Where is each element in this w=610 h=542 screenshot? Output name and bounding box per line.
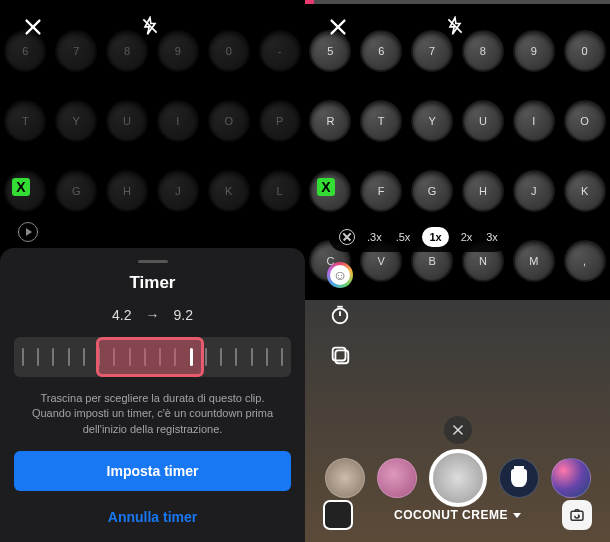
recording-progress (305, 0, 610, 4)
camera-effects-screen: 567890 RTYUIO DFGHJK CVBNM, X .3x .5x 1x… (305, 0, 610, 542)
play-hint-icon[interactable] (18, 222, 38, 242)
timer-end: 9.2 (174, 307, 193, 323)
effect-item[interactable] (377, 458, 417, 498)
effect-item[interactable] (551, 458, 591, 498)
zoom-option[interactable]: .5x (394, 227, 413, 247)
camera-side-tools (327, 262, 353, 368)
annotation-marker: X (317, 178, 335, 196)
close-effects-button[interactable] (444, 416, 472, 444)
effects-carousel[interactable] (305, 448, 610, 508)
annotation-marker: X (12, 178, 30, 196)
timer-bottom-sheet: Timer 4.2 → 9.2 Trascina per scegliere l… (0, 248, 305, 542)
shutter-button[interactable] (429, 449, 487, 507)
zoom-option[interactable]: .3x (365, 227, 384, 247)
set-timer-button[interactable]: Imposta timer (14, 451, 291, 491)
timer-slider[interactable] (14, 337, 291, 377)
camera-flip-button[interactable] (562, 500, 592, 530)
timer-selection-handle[interactable] (96, 337, 204, 377)
zoom-option[interactable]: 3x (484, 227, 500, 247)
zoom-control[interactable]: .3x .5x 1x 2x 3x (329, 222, 510, 252)
flash-off-icon[interactable] (445, 16, 465, 36)
flash-off-icon[interactable] (140, 16, 160, 36)
zoom-option-active[interactable]: 1x (422, 227, 448, 247)
svg-point-8 (333, 309, 348, 324)
effect-item-lock[interactable] (499, 458, 539, 498)
timer-sheet-screen: 67890- TYUIOP FGHJKL X Timer 4.2 → 9.2 (0, 0, 305, 542)
camera-bottom-row: COCONUT CREME (305, 500, 610, 530)
sheet-title: Timer (14, 273, 291, 293)
effects-icon[interactable] (327, 262, 353, 288)
timer-range: 4.2 → 9.2 (14, 307, 291, 323)
close-icon[interactable] (22, 16, 44, 38)
close-icon[interactable] (327, 16, 349, 38)
timer-icon[interactable] (327, 302, 353, 328)
timer-start: 4.2 (112, 307, 131, 323)
arrow-icon: → (146, 307, 160, 323)
zoom-option[interactable]: 2x (459, 227, 475, 247)
timer-description: Trascina per scegliere la durata di ques… (14, 391, 291, 437)
layout-icon[interactable] (327, 342, 353, 368)
gallery-button[interactable] (323, 500, 353, 530)
effect-item[interactable] (325, 458, 365, 498)
sheet-grabber[interactable] (138, 260, 168, 263)
svg-rect-15 (571, 511, 583, 520)
zoom-reset-icon[interactable] (339, 229, 355, 245)
cancel-timer-button[interactable]: Annulla timer (14, 501, 291, 533)
effect-name-label[interactable]: COCONUT CREME (394, 508, 521, 522)
